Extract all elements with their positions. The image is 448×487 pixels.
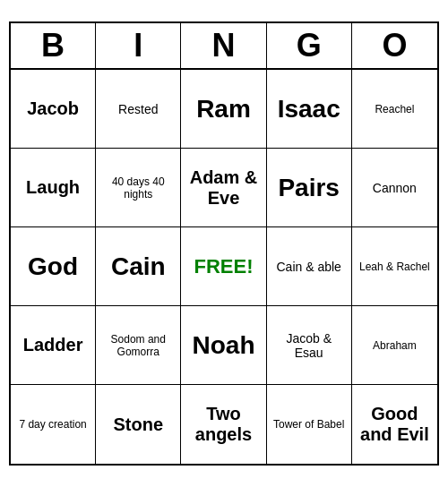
bingo-cell-2: Ram <box>181 70 266 149</box>
bingo-cell-23: Tower of Babel <box>267 385 352 464</box>
bingo-cell-17: Noah <box>181 306 266 385</box>
bingo-cell-5: Laugh <box>11 149 96 227</box>
bingo-cell-19: Abraham <box>352 306 437 385</box>
bingo-cell-16: Sodom and Gomorra <box>96 306 181 385</box>
bingo-cell-0: Jacob <box>11 70 96 149</box>
bingo-cell-21: Stone <box>96 385 181 464</box>
bingo-cell-6: 40 days 40 nights <box>96 149 181 227</box>
bingo-cell-10: God <box>11 227 96 306</box>
bingo-cell-8: Pairs <box>267 149 352 227</box>
bingo-cell-24: Good and Evil <box>352 385 437 464</box>
bingo-cell-9: Cannon <box>352 149 437 227</box>
bingo-cell-11: Cain <box>96 227 181 306</box>
bingo-grid: JacobRestedRamIsaacReachelLaugh40 days 4… <box>11 70 437 464</box>
bingo-card: BINGO JacobRestedRamIsaacReachelLaugh40 … <box>9 21 439 466</box>
bingo-cell-3: Isaac <box>267 70 352 149</box>
bingo-cell-18: Jacob & Esau <box>267 306 352 385</box>
header-letter-g: G <box>267 23 352 68</box>
bingo-cell-13: Cain & able <box>267 227 352 306</box>
bingo-cell-22: Two angels <box>181 385 266 464</box>
bingo-cell-7: Adam & Eve <box>181 149 266 227</box>
header-letter-b: B <box>11 23 96 68</box>
bingo-cell-12: FREE! <box>181 227 266 306</box>
bingo-cell-14: Leah & Rachel <box>352 227 437 306</box>
bingo-cell-15: Ladder <box>11 306 96 385</box>
header-letter-n: N <box>181 23 266 68</box>
bingo-cell-20: 7 day creation <box>11 385 96 464</box>
bingo-cell-4: Reachel <box>352 70 437 149</box>
bingo-cell-1: Rested <box>96 70 181 149</box>
header-letter-i: I <box>96 23 181 68</box>
bingo-header: BINGO <box>11 23 437 70</box>
header-letter-o: O <box>352 23 437 68</box>
